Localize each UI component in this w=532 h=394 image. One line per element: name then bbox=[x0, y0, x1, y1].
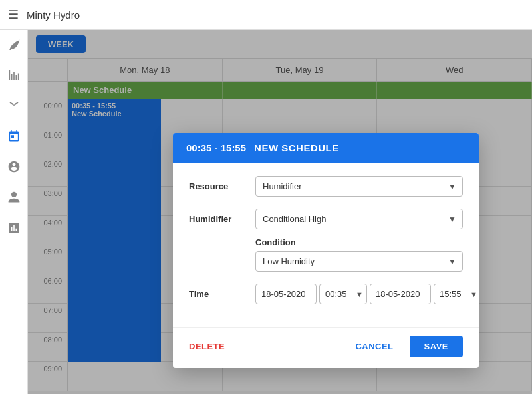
time-inputs: 00:35 ▼ 15:55 ▼ bbox=[255, 284, 479, 304]
sidebar-item-calendar[interactable] bbox=[5, 127, 23, 146]
resource-select-wrapper[interactable]: Humidifier ▼ bbox=[255, 176, 463, 197]
humidifier-label: Humidifier bbox=[189, 209, 255, 224]
save-button[interactable]: SAVE bbox=[410, 336, 463, 357]
end-time-select-wrap[interactable]: 15:55 ▼ bbox=[434, 284, 479, 304]
sidebar-item-seedling[interactable] bbox=[5, 96, 23, 115]
delete-button[interactable]: DELETE bbox=[189, 342, 225, 351]
resource-control: Humidifier ▼ bbox=[255, 176, 463, 197]
humidifier-control: Conditional High ▼ Condition Low Humidit… bbox=[255, 209, 463, 272]
humidifier-row: Humidifier Conditional High ▼ Condition bbox=[189, 209, 463, 272]
sidebar-item-person[interactable] bbox=[5, 188, 23, 207]
dialog-footer: DELETE CANCEL SAVE bbox=[173, 327, 479, 368]
start-time-select[interactable]: 00:35 bbox=[319, 284, 367, 304]
start-date-input[interactable] bbox=[255, 284, 317, 304]
cancel-button[interactable]: CANCEL bbox=[347, 336, 401, 357]
calendar-area: WEEK Mon, May 18 Tue, May 19 Wed New Sch… bbox=[28, 30, 532, 394]
sidebar bbox=[0, 30, 28, 394]
app-title: Minty Hydro bbox=[27, 9, 80, 21]
dialog-body: Resource Humidifier ▼ Humidifier bbox=[173, 163, 479, 327]
schedule-dialog: 00:35 - 15:55 NEW SCHEDULE Resource Humi… bbox=[173, 133, 479, 368]
sidebar-item-leaf[interactable] bbox=[5, 35, 23, 54]
dialog-header: 00:35 - 15:55 NEW SCHEDULE bbox=[173, 133, 479, 163]
sidebar-item-plant[interactable] bbox=[5, 157, 23, 176]
end-time-select[interactable]: 15:55 bbox=[434, 284, 479, 304]
start-time-select-wrap[interactable]: 00:35 ▼ bbox=[319, 284, 367, 304]
hamburger-icon[interactable]: ☰ bbox=[8, 7, 19, 22]
footer-actions: CANCEL SAVE bbox=[347, 336, 463, 357]
dialog-header-time: 00:35 - 15:55 bbox=[186, 142, 246, 153]
time-row: Time 00:35 ▼ bbox=[189, 284, 463, 304]
sidebar-item-chart[interactable] bbox=[5, 66, 23, 84]
resource-row: Resource Humidifier ▼ bbox=[189, 176, 463, 197]
condition-select-wrapper[interactable]: Low Humidity ▼ bbox=[255, 251, 463, 272]
time-label: Time bbox=[189, 284, 255, 299]
humidifier-select[interactable]: Conditional High bbox=[255, 209, 463, 229]
time-control: 00:35 ▼ 15:55 ▼ bbox=[255, 284, 479, 304]
dialog-header-title: NEW SCHEDULE bbox=[254, 142, 339, 153]
resource-label: Resource bbox=[189, 176, 255, 191]
condition-select[interactable]: Low Humidity bbox=[255, 251, 463, 272]
sidebar-item-analytics[interactable] bbox=[5, 219, 23, 237]
condition-label: Condition bbox=[255, 237, 463, 247]
end-date-input[interactable] bbox=[370, 284, 431, 304]
resource-select[interactable]: Humidifier bbox=[255, 176, 463, 197]
humidifier-select-wrapper[interactable]: Conditional High ▼ bbox=[255, 209, 463, 229]
